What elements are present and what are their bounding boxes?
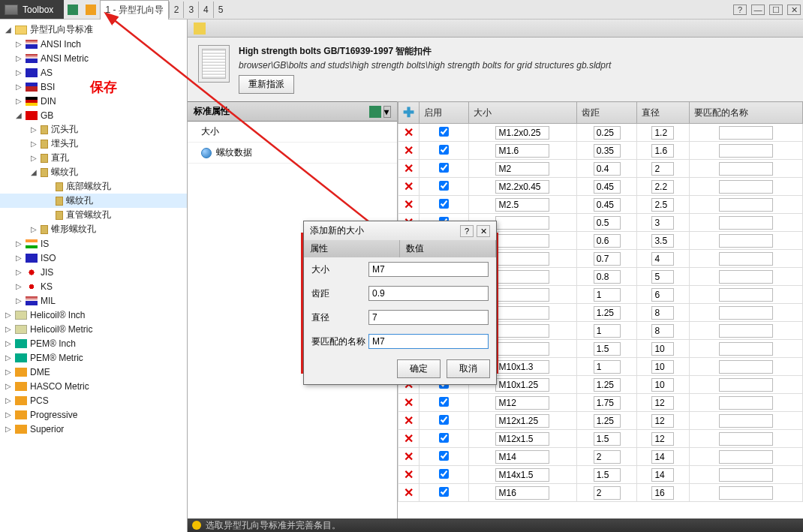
cell-pitch[interactable] xyxy=(594,144,621,158)
cell-dia[interactable] xyxy=(651,270,674,284)
tab-3[interactable]: 3 xyxy=(183,2,198,18)
cell-pitch[interactable] xyxy=(594,216,621,230)
cell-dia[interactable] xyxy=(651,450,674,464)
cell-size[interactable] xyxy=(495,450,549,464)
tree-helicoil-in[interactable]: ▷Helicoil® Inch xyxy=(0,308,187,322)
cell-dia[interactable] xyxy=(651,180,674,194)
delete-row-icon[interactable]: ✕ xyxy=(404,396,414,409)
cell-dia[interactable] xyxy=(651,378,674,392)
tree-jis[interactable]: ▷JIS xyxy=(0,265,187,279)
cell-match[interactable] xyxy=(719,216,773,230)
delete-row-icon[interactable]: ✕ xyxy=(404,450,414,463)
col-dia[interactable]: 直径 xyxy=(637,102,689,124)
cell-dia[interactable] xyxy=(651,342,674,356)
delete-row-icon[interactable]: ✕ xyxy=(404,144,414,157)
delete-row-icon[interactable]: ✕ xyxy=(404,180,414,193)
tree-pem-in[interactable]: ▷PEM® Inch xyxy=(0,336,187,350)
cell-size[interactable] xyxy=(495,216,549,230)
cell-pitch[interactable] xyxy=(594,162,621,176)
cell-pitch[interactable] xyxy=(594,396,621,410)
cell-pitch[interactable] xyxy=(594,432,621,446)
dialog-close-button[interactable]: ✕ xyxy=(477,225,490,237)
tree-ks[interactable]: ▷KS xyxy=(0,279,187,293)
property-item-size[interactable]: 大小 xyxy=(188,122,397,143)
cell-size[interactable] xyxy=(495,270,549,284)
cell-dia[interactable] xyxy=(651,324,674,338)
tree-ansi-metric[interactable]: ▷ANSI Metric xyxy=(0,51,187,65)
dialog-help-button[interactable]: ? xyxy=(460,225,474,237)
tree-hasco[interactable]: ▷HASCO Metric xyxy=(0,379,187,393)
cell-pitch[interactable] xyxy=(594,486,621,500)
cell-dia[interactable] xyxy=(651,432,674,446)
tree-helicoil-mm[interactable]: ▷Helicoil® Metric xyxy=(0,322,187,336)
enable-checkbox[interactable] xyxy=(439,487,449,497)
tree-sup[interactable]: ▷Superior xyxy=(0,422,187,436)
enable-checkbox[interactable] xyxy=(439,451,449,461)
cell-match[interactable] xyxy=(719,342,773,356)
cell-match[interactable] xyxy=(719,324,773,338)
tree-zhiguan[interactable]: 直管螺纹孔 xyxy=(0,208,187,222)
cell-pitch[interactable] xyxy=(594,270,621,284)
cell-dia[interactable] xyxy=(651,414,674,428)
cell-dia[interactable] xyxy=(651,252,674,266)
tab-4[interactable]: 4 xyxy=(198,2,213,18)
reassign-button[interactable]: 重新指派 xyxy=(239,75,294,94)
cell-pitch[interactable] xyxy=(594,180,621,194)
property-item-thread[interactable]: 螺纹数据 xyxy=(188,143,397,164)
tree-mil[interactable]: ▷MIL xyxy=(0,293,187,308)
cell-size[interactable] xyxy=(495,486,549,500)
cell-pitch[interactable] xyxy=(594,414,621,428)
cell-pitch[interactable] xyxy=(594,288,621,302)
tab-5[interactable]: 5 xyxy=(213,2,228,18)
cell-match[interactable] xyxy=(719,180,773,194)
tree-luowenkong[interactable]: 螺纹孔 xyxy=(0,194,187,208)
enable-checkbox[interactable] xyxy=(439,181,449,191)
col-pitch[interactable]: 齿距 xyxy=(577,102,637,124)
tree-pcs[interactable]: ▷PCS xyxy=(0,393,187,407)
cell-dia[interactable] xyxy=(651,216,674,230)
cell-pitch[interactable] xyxy=(594,342,621,356)
dialog-cancel-button[interactable]: 取消 xyxy=(447,359,490,378)
tree-dme[interactable]: ▷DME xyxy=(0,365,187,379)
cell-size[interactable] xyxy=(495,180,549,194)
enable-checkbox[interactable] xyxy=(439,397,449,407)
cell-size[interactable] xyxy=(495,378,549,392)
enable-checkbox[interactable] xyxy=(439,145,449,155)
cell-pitch[interactable] xyxy=(594,378,621,392)
cell-match[interactable] xyxy=(719,144,773,158)
tree-iso[interactable]: ▷ISO xyxy=(0,251,187,265)
cell-dia[interactable] xyxy=(651,162,674,176)
cell-size[interactable] xyxy=(495,396,549,410)
cell-dia[interactable] xyxy=(651,468,674,482)
cell-size[interactable] xyxy=(495,432,549,446)
toolbox-button[interactable]: Toolbox xyxy=(0,0,64,19)
dialog-input-pitch[interactable] xyxy=(368,286,489,301)
col-match[interactable]: 要匹配的名称 xyxy=(689,102,802,124)
tree-ansi-inch[interactable]: ▷ANSI Inch xyxy=(0,37,187,51)
cell-match[interactable] xyxy=(719,162,773,176)
minimize-button[interactable]: — xyxy=(751,5,765,15)
cell-match[interactable] xyxy=(719,450,773,464)
add-row-icon[interactable]: ✚ xyxy=(403,105,414,120)
cell-dia[interactable] xyxy=(651,234,674,248)
tree-chenkou[interactable]: ▷沉头孔 xyxy=(0,122,187,137)
edit-icon[interactable] xyxy=(194,23,206,35)
tree-luowen[interactable]: ◢螺纹孔 xyxy=(0,165,187,179)
cell-size[interactable] xyxy=(495,360,549,374)
home-icon[interactable] xyxy=(86,5,96,15)
tree-zhi[interactable]: ▷直孔 xyxy=(0,151,187,165)
col-size[interactable]: 大小 xyxy=(468,102,576,124)
excel-icon[interactable] xyxy=(68,5,78,15)
cell-pitch[interactable] xyxy=(594,306,621,320)
cell-pitch[interactable] xyxy=(594,468,621,482)
delete-row-icon[interactable]: ✕ xyxy=(404,432,414,445)
cell-match[interactable] xyxy=(719,360,773,374)
cell-pitch[interactable] xyxy=(594,360,621,374)
cell-size[interactable] xyxy=(495,234,549,248)
cell-dia[interactable] xyxy=(651,288,674,302)
cell-size[interactable] xyxy=(495,252,549,266)
cell-dia[interactable] xyxy=(651,198,674,212)
dialog-input-match[interactable] xyxy=(368,334,489,349)
cell-match[interactable] xyxy=(719,234,773,248)
cell-size[interactable] xyxy=(495,414,549,428)
